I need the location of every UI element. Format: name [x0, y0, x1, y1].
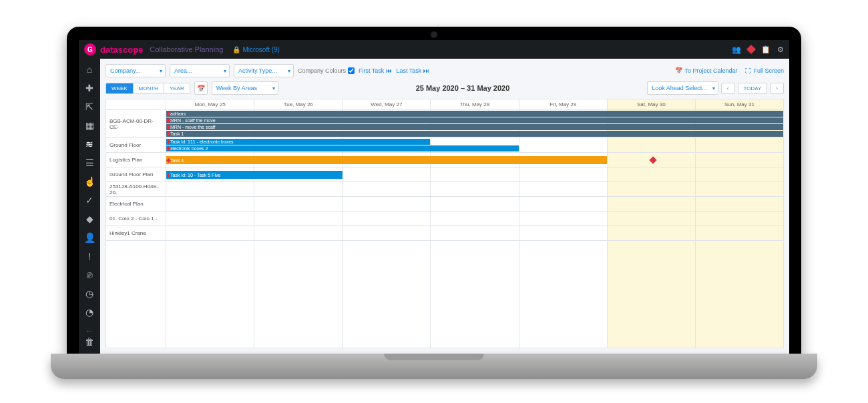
row-label: Electrical Plan — [106, 197, 166, 212]
task-bar[interactable]: Task 1 — [166, 131, 783, 137]
gantt-chart: Mon, May 25 Tue, May 26 Wed, May 27 Thu,… — [105, 99, 784, 348]
first-task-icon: ⏮ — [386, 67, 392, 74]
day-header: Fri, May 29 — [519, 99, 608, 109]
row-label: Ground Floor — [106, 138, 166, 153]
hand-icon[interactable]: ☝ — [84, 176, 95, 187]
company-colours-chk[interactable] — [348, 67, 355, 74]
look-ahead-select[interactable]: Look Ahead Select... — [647, 81, 718, 95]
gantt-row: Task Id: 111 - electronic boxes electron… — [166, 138, 783, 153]
trash-icon[interactable]: 🗑 — [84, 336, 95, 347]
day-header: Mon, May 25 — [166, 99, 254, 109]
clipboard-check-icon[interactable]: ✓ — [84, 195, 95, 206]
activity-select[interactable]: Activity Type... — [234, 64, 294, 77]
gantt-row: Task Id: 10 - Task 5 Five — [166, 167, 783, 182]
gantt-row: adrians MRN - scaff the move MRN - move … — [166, 110, 783, 138]
people-icon[interactable]: 👤 — [84, 232, 95, 243]
gantt-row — [166, 226, 783, 241]
lock-icon: 🔒 — [232, 46, 240, 53]
year-button[interactable]: YEAR — [164, 83, 190, 93]
task-bar[interactable]: MRN - scaff the move — [166, 117, 783, 123]
alert-icon[interactable] — [746, 45, 756, 54]
gantt-row — [166, 182, 783, 197]
page-title: Collaborative Planning — [150, 45, 223, 53]
calendar-icon[interactable]: ▦ — [84, 120, 95, 131]
today-button[interactable]: TODAY — [738, 83, 768, 94]
next-button[interactable]: › — [770, 83, 784, 94]
expand-icon: ⛶ — [745, 67, 751, 74]
clock-icon[interactable]: ◷ — [84, 288, 95, 299]
task-bar[interactable]: Task Id: 10 - Task 5 Five — [166, 171, 343, 179]
date-range-label: 25 May 2020 – 31 May 2020 — [282, 84, 644, 92]
week-by-select[interactable]: Week By Areas — [212, 81, 278, 95]
gantt-row — [166, 197, 783, 212]
date-picker-button[interactable]: 📅 — [194, 81, 208, 95]
company-colours-checkbox[interactable]: Company Colours — [298, 67, 355, 74]
day-header: Wed, May 27 — [343, 99, 431, 109]
row-label: Ground Floor Plan — [106, 167, 166, 182]
list-icon[interactable]: ☰ — [84, 157, 95, 168]
row-label: 253128-A100-H04E-20- — [106, 182, 166, 197]
brand-name: datascope — [100, 45, 143, 55]
row-label: BGB-ACM-00-DR-CE- — [106, 110, 166, 138]
month-button[interactable]: MONTH — [134, 83, 164, 93]
calendar-plus-icon[interactable]: ✚ — [84, 83, 95, 93]
gantt-row — [166, 212, 783, 226]
row-label: Hinkley1 Crane — [106, 226, 166, 241]
area-select[interactable]: Area... — [170, 64, 230, 77]
milestone-marker[interactable] — [650, 156, 657, 163]
view-mode-group: WEEK MONTH YEAR — [105, 83, 190, 94]
swimmer-icon[interactable]: ≋ — [84, 139, 95, 149]
first-task-link[interactable]: First Task ⏮ — [359, 67, 392, 74]
laptop-camera — [431, 31, 437, 38]
settings-icon[interactable]: ⚙ — [777, 45, 784, 54]
task-bar[interactable]: Task 4 — [166, 156, 607, 164]
row-label: 01. Colo 2 - Colo 1 - — [106, 212, 166, 226]
gantt-row: Task 4 — [166, 153, 783, 167]
task-bar[interactable]: electronic boxes 2 — [166, 145, 519, 151]
sidebar: ⌂ ✚ ⇱ ▦ ≋ ☰ ☝ ✓ ◆ 👤 ! ⎚ ◷ ◔ ← 🗑 — [79, 59, 100, 354]
task-bar[interactable]: MRN - move the scaff — [166, 124, 783, 130]
alert2-icon[interactable]: ! — [84, 251, 95, 262]
logo-icon: G — [84, 43, 96, 55]
monitor-icon[interactable]: ⎚ — [84, 270, 95, 280]
chart-icon[interactable]: ◔ — [84, 307, 95, 318]
last-task-link[interactable]: Last Task ⏭ — [396, 67, 429, 74]
day-header: Tue, May 26 — [254, 99, 343, 109]
day-header: Sun, May 31 — [696, 99, 783, 109]
prev-button[interactable]: ‹ — [721, 83, 735, 94]
task-bar[interactable]: Task Id: 111 - electronic boxes — [166, 139, 430, 145]
home-icon[interactable]: ⌂ — [84, 64, 95, 75]
last-task-icon: ⏭ — [423, 67, 429, 74]
row-label: Logistics Plan — [106, 153, 166, 167]
to-project-calendar-link[interactable]: 📅 To Project Calendar — [675, 67, 737, 74]
calendar-small-icon: 📅 — [675, 67, 682, 74]
topbar: G datascope Collaborative Planning 🔒 Mic… — [79, 40, 789, 59]
back-arrow-icon[interactable]: ← — [84, 326, 95, 336]
full-screen-link[interactable]: ⛶ Full Screen — [745, 67, 784, 74]
task-bar[interactable]: adrians — [166, 111, 783, 117]
export-icon[interactable]: ⇱ — [84, 101, 95, 112]
account-label: Microsoft (9) — [242, 46, 280, 53]
day-header: Thu, May 28 — [431, 99, 519, 109]
day-header: Sat, May 30 — [608, 99, 696, 109]
week-button[interactable]: WEEK — [106, 83, 134, 93]
company-select[interactable]: Company... — [105, 64, 166, 77]
diamond-icon[interactable]: ◆ — [84, 214, 95, 224]
account-lock[interactable]: 🔒 Microsoft (9) — [232, 46, 280, 53]
users-icon[interactable]: 👥 — [732, 45, 741, 54]
clipboard-icon[interactable]: 📋 — [761, 45, 771, 54]
